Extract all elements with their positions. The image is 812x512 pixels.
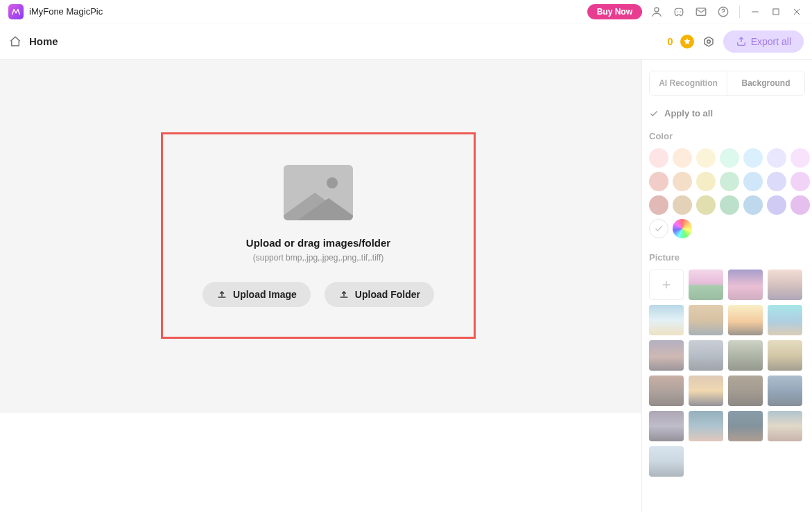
title-bar-right: Buy Now (587, 4, 804, 19)
color-swatch-grid (649, 148, 805, 238)
buy-now-button[interactable]: Buy Now (587, 4, 642, 19)
color-swatch[interactable] (791, 195, 810, 215)
svg-point-10 (707, 39, 710, 43)
title-bar-left: iMyFone MagicPic (8, 4, 103, 19)
workspace: Upload or drag images/folder (support bm… (0, 60, 641, 512)
window-maximize-icon[interactable] (769, 5, 783, 19)
svg-point-1 (677, 11, 678, 12)
picture-thumb[interactable] (768, 305, 802, 335)
color-swatch[interactable] (673, 148, 692, 168)
svg-point-2 (680, 11, 682, 12)
color-swatch[interactable] (696, 172, 716, 191)
color-swatch[interactable] (649, 195, 668, 215)
picture-thumb[interactable] (689, 411, 723, 441)
mail-icon[interactable] (693, 4, 709, 19)
toolbar: Home 0 Export all (0, 24, 812, 60)
picture-thumb[interactable] (689, 376, 723, 406)
add-picture-button[interactable] (649, 270, 684, 300)
color-swatch[interactable] (673, 195, 692, 215)
picture-thumb[interactable] (728, 376, 763, 406)
plus-icon (660, 279, 673, 291)
picture-thumb[interactable] (649, 305, 684, 335)
color-swatch[interactable] (743, 148, 763, 168)
picture-thumb-grid (649, 270, 805, 477)
picture-thumb[interactable] (649, 376, 684, 406)
toolbar-right: 0 Export all (667, 30, 804, 53)
settings-hex-icon[interactable] (701, 34, 716, 49)
breadcrumb[interactable]: Home (8, 35, 58, 48)
apply-to-all-label: Apply to all (664, 108, 713, 118)
window-close-icon[interactable] (790, 5, 804, 19)
picture-thumb[interactable] (768, 411, 802, 441)
apply-to-all-toggle[interactable]: Apply to all (649, 108, 805, 118)
color-swatch[interactable] (649, 148, 668, 168)
picture-thumb[interactable] (728, 305, 763, 335)
color-swatch[interactable] (767, 148, 786, 168)
window-minimize-icon[interactable] (748, 5, 762, 19)
picture-thumb[interactable] (689, 270, 723, 300)
main: Upload or drag images/folder (support bm… (0, 60, 812, 512)
color-section-label: Color (649, 131, 805, 141)
picture-thumb[interactable] (728, 411, 763, 441)
picture-thumb[interactable] (768, 376, 802, 406)
color-swatch[interactable] (649, 172, 668, 191)
coin-icon[interactable] (680, 35, 694, 48)
picture-section-label: Picture (649, 252, 805, 263)
color-swatch[interactable] (696, 195, 716, 215)
tab-ai-recognition[interactable]: AI Recognition (650, 71, 727, 95)
picture-thumb[interactable] (649, 446, 684, 477)
side-panel: AI Recognition Background Apply to all C… (641, 60, 812, 512)
export-all-label: Export all (751, 36, 791, 47)
picture-thumb[interactable] (728, 270, 763, 300)
color-picker-swatch[interactable] (673, 219, 692, 238)
credits-count: 0 (667, 35, 673, 47)
titlebar-divider (739, 6, 740, 18)
svg-point-0 (655, 8, 659, 12)
picture-thumb[interactable] (768, 270, 802, 300)
app-logo-icon (8, 4, 24, 19)
title-bar: iMyFone MagicPic Buy Now (0, 0, 812, 24)
color-swatch[interactable] (791, 148, 810, 168)
color-swatch[interactable] (720, 172, 739, 191)
help-icon[interactable] (716, 4, 731, 19)
color-swatch-none[interactable] (649, 219, 668, 238)
color-swatch[interactable] (743, 195, 763, 215)
picture-thumb[interactable] (768, 340, 802, 371)
svg-rect-7 (773, 8, 779, 14)
home-icon (8, 35, 22, 48)
picture-thumb[interactable] (649, 411, 684, 441)
color-swatch[interactable] (767, 172, 786, 191)
picture-thumb[interactable] (689, 340, 723, 371)
color-swatch[interactable] (696, 148, 716, 168)
color-swatch[interactable] (767, 195, 786, 215)
svg-point-5 (723, 14, 723, 15)
color-swatch[interactable] (743, 172, 763, 191)
color-swatch[interactable] (720, 148, 739, 168)
picture-thumb[interactable] (689, 305, 723, 335)
picture-thumb[interactable] (649, 340, 684, 371)
breadcrumb-home-label: Home (29, 35, 58, 47)
tab-background[interactable]: Background (727, 71, 804, 95)
check-icon (654, 224, 664, 233)
highlight-annotation (161, 132, 476, 339)
color-swatch[interactable] (720, 195, 739, 215)
picture-thumb[interactable] (728, 340, 763, 371)
color-swatch[interactable] (791, 172, 810, 191)
discord-icon[interactable] (671, 4, 686, 19)
app-title: iMyFone MagicPic (29, 6, 103, 17)
check-icon (649, 109, 659, 118)
export-all-button[interactable]: Export all (723, 30, 804, 53)
workspace-bottom-panel (0, 413, 641, 512)
account-icon[interactable] (649, 4, 664, 19)
color-swatch[interactable] (673, 172, 692, 191)
side-tabs: AI Recognition Background (649, 71, 805, 96)
